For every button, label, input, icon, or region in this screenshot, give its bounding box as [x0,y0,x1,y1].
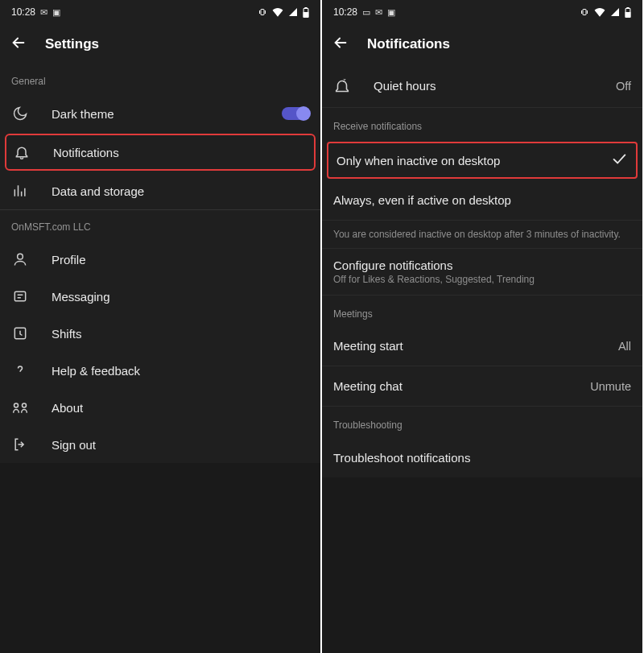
configure-sublabel: Off for Likes & Reactions, Suggested, Tr… [333,274,631,285]
option-inactive-desktop[interactable]: Only when inactive on desktop [328,143,636,177]
signal-icon [288,7,298,17]
empty-space [0,463,320,653]
row-meeting-start[interactable]: Meeting start All [322,326,642,366]
troubleshoot-label: Troubleshoot notifications [333,451,631,465]
section-receive: Receive notifications [322,108,642,138]
section-troubleshooting: Troubleshooting [322,407,642,437]
quiet-hours-icon: z [333,77,351,95]
section-org: OnMSFT.com LLC [0,210,320,241]
vibrate-icon [580,7,589,17]
dark-theme-label: Dark theme [52,107,259,121]
phone-right-notifications: 10:28 ▭ ✉ ▣ Notifications z [322,0,642,653]
inactive-help-text: You are considered inactive on desktop a… [322,221,642,249]
signout-label: Sign out [52,438,309,452]
section-meetings: Meetings [322,296,642,326]
svg-rect-2 [305,7,307,8]
option-always-label: Always, even if active on desktop [333,193,631,207]
row-meeting-chat[interactable]: Meeting chat Unmute [322,366,642,407]
chart-icon [11,183,29,199]
clock-icon [11,325,29,341]
signout-icon [11,436,29,453]
highlight-inactive-option: Only when inactive on desktop [327,142,638,179]
cast-icon: ▣ [387,7,395,18]
quiet-hours-value: Off [616,80,631,93]
about-label: About [52,401,309,415]
svg-point-7 [14,403,19,407]
phone-left-settings: 10:28 ✉ ▣ Settings General [0,0,320,653]
row-quiet-hours[interactable]: z Quiet hours Off [322,64,642,108]
data-storage-label: Data and storage [52,184,309,198]
appbar: Notifications [322,24,642,64]
row-help[interactable]: Help & feedback [0,352,320,389]
profile-label: Profile [52,253,309,267]
vibrate-icon [258,7,267,17]
wifi-icon [594,7,605,17]
empty-space [322,477,642,653]
row-troubleshoot[interactable]: Troubleshoot notifications [322,437,642,477]
back-button[interactable] [10,34,27,55]
svg-point-4 [18,254,23,259]
meeting-chat-label: Meeting chat [333,379,590,393]
person-icon [11,251,29,267]
messaging-icon [11,288,29,304]
cast-icon: ▣ [52,7,60,18]
signal-icon [610,7,620,17]
notifications-label: Notifications [53,146,308,159]
meeting-start-label: Meeting start [333,339,618,353]
status-time: 10:28 [333,6,357,18]
battery-icon [625,7,631,18]
row-notifications[interactable]: Notifications [6,135,314,169]
row-profile[interactable]: Profile [0,241,320,278]
option-inactive-label: Only when inactive on desktop [336,154,610,167]
highlight-notifications: Notifications [5,134,316,171]
svg-rect-11 [627,7,629,8]
row-dark-theme[interactable]: Dark theme [0,95,320,132]
meeting-chat-value: Unmute [590,380,631,393]
status-bar: 10:28 ▭ ✉ ▣ [322,0,642,24]
appbar: Settings [0,24,320,64]
messaging-label: Messaging [52,290,309,304]
svg-point-8 [23,403,27,407]
mail-icon: ✉ [375,7,382,18]
row-data-storage[interactable]: Data and storage [0,172,320,209]
shifts-label: Shifts [52,327,309,341]
status-time: 10:28 [11,6,35,18]
svg-rect-9 [583,10,586,15]
configure-label: Configure notifications [333,258,631,272]
image-icon: ▭ [362,7,370,18]
row-messaging[interactable]: Messaging [0,278,320,315]
svg-text:z: z [343,77,346,84]
wifi-icon [272,7,283,17]
page-title: Notifications [367,36,450,52]
row-about[interactable]: About [0,389,320,426]
moon-icon [11,105,29,122]
dark-theme-toggle[interactable] [282,107,309,120]
row-configure-notifications[interactable]: Configure notifications Off for Likes & … [322,249,642,296]
battery-icon [303,7,309,18]
help-icon [11,362,29,378]
quiet-hours-label: Quiet hours [374,79,593,93]
option-always-desktop[interactable]: Always, even if active on desktop [322,180,642,221]
bell-icon [13,144,31,160]
mail-icon: ✉ [40,7,47,18]
section-general: General [0,64,320,95]
svg-rect-5 [14,291,25,301]
row-signout[interactable]: Sign out [0,426,320,463]
row-shifts[interactable]: Shifts [0,315,320,352]
checkmark-icon [610,150,628,171]
back-button[interactable] [332,34,349,55]
svg-rect-0 [261,10,264,15]
about-icon [11,399,29,415]
page-title: Settings [45,36,99,52]
help-label: Help & feedback [52,364,309,378]
status-bar: 10:28 ✉ ▣ [0,0,320,24]
svg-rect-3 [303,12,308,17]
svg-rect-12 [625,12,630,17]
meeting-start-value: All [618,340,631,353]
